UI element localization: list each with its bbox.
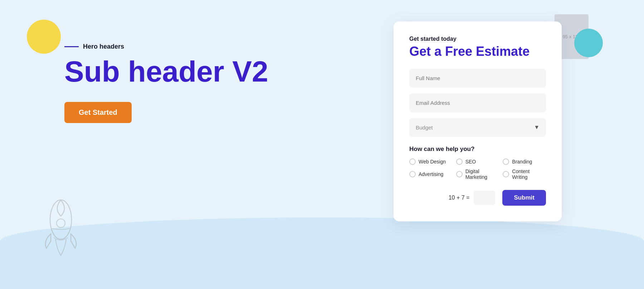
checkbox-content-writing[interactable]: Content Writing bbox=[503, 168, 546, 180]
svg-point-0 bbox=[50, 200, 72, 239]
help-label: How can we help you? bbox=[409, 146, 546, 153]
card-subtitle: Get started today bbox=[409, 36, 546, 42]
svg-point-1 bbox=[57, 219, 65, 227]
captcha-row: 10 + 7 = Submit bbox=[409, 190, 546, 206]
budget-select-wrapper: Budget $1,000 - $5,000 $5,000 - $10,000 … bbox=[409, 118, 546, 137]
checkbox-circle-digital-marketing bbox=[456, 171, 463, 177]
checkbox-label-digital-marketing: Digital Marketing bbox=[465, 168, 499, 180]
checkbox-digital-marketing[interactable]: Digital Marketing bbox=[456, 168, 499, 180]
left-content-section: Hero headers Sub header V2 Get Started bbox=[64, 43, 268, 123]
get-started-button[interactable]: Get Started bbox=[64, 102, 132, 123]
checkbox-label-content-writing: Content Writing bbox=[512, 168, 546, 180]
hero-label-row: Hero headers bbox=[64, 43, 268, 50]
checkbox-circle-seo bbox=[456, 158, 463, 165]
checkbox-branding[interactable]: Branding bbox=[503, 158, 546, 165]
hero-label-line bbox=[64, 46, 79, 47]
full-name-input[interactable] bbox=[409, 69, 546, 88]
hero-label-text: Hero headers bbox=[83, 43, 124, 50]
yellow-circle-decoration bbox=[27, 20, 61, 54]
checkbox-circle-branding bbox=[503, 158, 509, 165]
budget-select[interactable]: Budget $1,000 - $5,000 $5,000 - $10,000 … bbox=[409, 118, 546, 137]
checkbox-label-advertising: Advertising bbox=[419, 171, 443, 177]
checkbox-seo[interactable]: SEO bbox=[456, 158, 499, 165]
checkboxes-grid: Web Design SEO Branding Advertising Digi… bbox=[409, 158, 546, 180]
checkbox-circle-content-writing bbox=[503, 171, 509, 177]
rocket-illustration bbox=[29, 187, 93, 268]
checkbox-label-branding: Branding bbox=[512, 159, 532, 165]
checkbox-label-seo: SEO bbox=[465, 159, 476, 165]
checkbox-circle-web-design bbox=[409, 158, 416, 165]
captcha-input[interactable] bbox=[474, 191, 495, 205]
background-wave bbox=[0, 217, 644, 289]
deco-teal-circle bbox=[574, 29, 603, 57]
email-input[interactable] bbox=[409, 93, 546, 112]
checkbox-circle-advertising bbox=[409, 171, 416, 177]
captcha-equation: 10 + 7 = bbox=[449, 195, 470, 201]
submit-button[interactable]: Submit bbox=[502, 190, 546, 206]
estimate-card: Get started today Get a Free Estimate Bu… bbox=[394, 21, 562, 221]
checkbox-web-design[interactable]: Web Design bbox=[409, 158, 453, 165]
card-title: Get a Free Estimate bbox=[409, 44, 546, 59]
checkbox-label-web-design: Web Design bbox=[419, 159, 446, 165]
checkbox-advertising[interactable]: Advertising bbox=[409, 168, 453, 180]
hero-title: Sub header V2 bbox=[64, 55, 268, 88]
